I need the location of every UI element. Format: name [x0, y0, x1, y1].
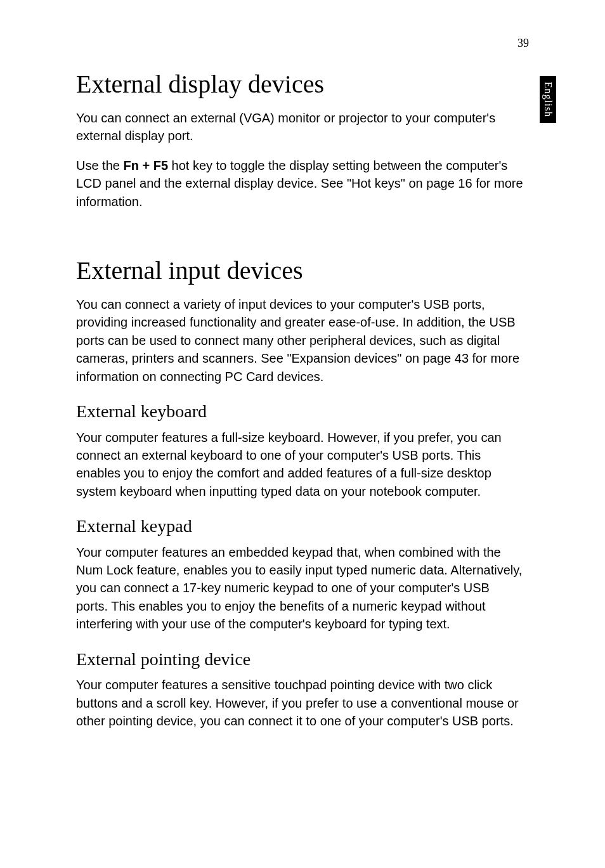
page-content: External display devices You can connect… — [76, 70, 523, 730]
paragraph-input-1: You can connect a variety of input devic… — [76, 295, 523, 385]
paragraph-display-1: You can connect an external (VGA) monito… — [76, 109, 523, 145]
paragraph-pointing-1: Your computer features a sensitive touch… — [76, 676, 523, 730]
heading-external-pointing-device: External pointing device — [76, 649, 523, 670]
heading-external-display-devices: External display devices — [76, 70, 523, 99]
document-page: 39 English External display devices You … — [0, 0, 605, 868]
heading-external-keypad: External keypad — [76, 515, 523, 537]
heading-external-input-devices: External input devices — [76, 256, 523, 285]
hotkey-label: Fn + F5 — [123, 159, 168, 172]
page-number: 39 — [517, 37, 529, 50]
text-fragment: Use the — [76, 159, 123, 172]
paragraph-keypad-1: Your computer features an embedded keypa… — [76, 543, 523, 633]
language-tab: English — [540, 76, 556, 123]
heading-external-keyboard: External keyboard — [76, 401, 523, 422]
paragraph-keyboard-1: Your computer features a full-size keybo… — [76, 429, 523, 501]
paragraph-display-2: Use the Fn + F5 hot key to toggle the di… — [76, 157, 523, 211]
